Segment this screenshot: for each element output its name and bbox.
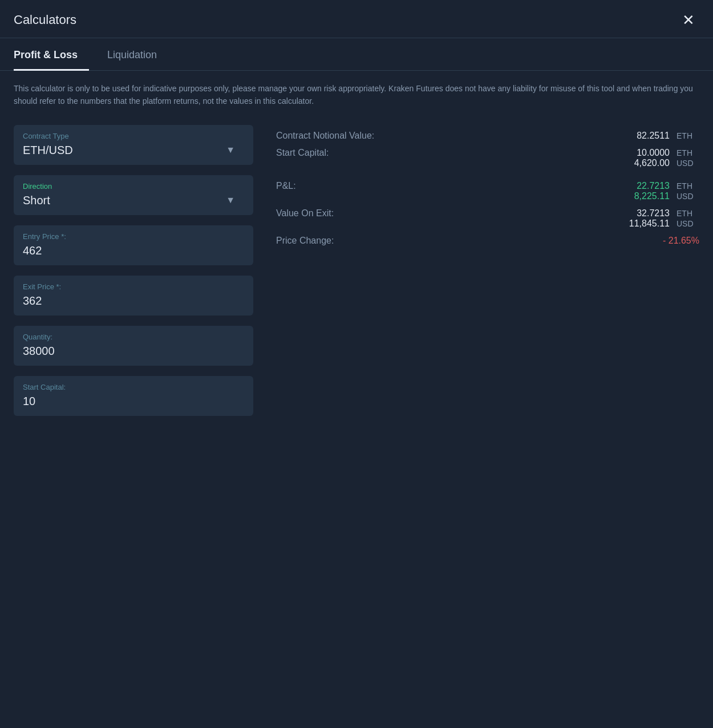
start-capital-usd-currency: USD [676,159,699,168]
calculator-window: Calculators ✕ Profit & Loss Liquidation … [0,0,713,728]
pnl-usd-currency: USD [676,192,699,201]
window-title: Calculators [14,13,76,27]
contract-notional-label: Contract Notional Value: [276,131,424,141]
tab-bar: Profit & Loss Liquidation [0,38,713,71]
disclaimer-text: This calculator is only to be used for i… [0,71,713,119]
contract-notional-eth-currency: ETH [676,131,699,140]
value-on-exit-usd-currency: USD [676,219,699,228]
pnl-values: 22.7213 ETH 8,225.11 USD [424,181,699,201]
pnl-label: P&L: [276,181,424,191]
start-capital-input-value[interactable]: 10 [23,395,244,408]
direction-dropdown-arrow[interactable]: ▼ [226,195,235,205]
exit-price-label: Exit Price *: [23,282,244,291]
result-row-contract-notional: Contract Notional Value: 82.2511 ETH [276,127,699,144]
start-capital-result-label: Start Capital: [276,148,424,158]
title-bar: Calculators ✕ [0,0,713,38]
start-capital-result-values: 10.0000 ETH 4,620.00 USD [424,148,699,168]
tab-profit-loss[interactable]: Profit & Loss [14,39,89,71]
contract-type-label: Contract Type [23,132,244,140]
contract-type-value: ETH/USD [23,144,73,156]
price-change-values: - 21.65% [424,236,699,246]
value-on-exit-usd: 11,845.11 [613,219,670,229]
quantity-label: Quantity: [23,333,244,341]
result-row-start-capital: Start Capital: 10.0000 ETH 4,620.00 USD [276,144,699,172]
value-on-exit-values: 32.7213 ETH 11,845.11 USD [424,208,699,229]
close-button[interactable]: ✕ [678,10,699,30]
entry-price-label: Entry Price *: [23,232,244,241]
input-fields: Contract Type ETH/USD ▼ Direction Short … [14,125,253,714]
direction-value: Short [23,194,50,207]
results-table: Contract Notional Value: 82.2511 ETH Sta… [276,127,699,249]
value-on-exit-eth-currency: ETH [676,209,699,218]
result-row-price-change: Price Change: - 21.65% [276,232,699,249]
pnl-usd: 8,225.11 [613,191,670,201]
value-on-exit-eth: 32.7213 [613,208,670,219]
contract-type-dropdown-arrow[interactable]: ▼ [226,145,235,155]
contract-type-field: Contract Type ETH/USD ▼ [14,125,253,165]
main-content: Contract Type ETH/USD ▼ Direction Short … [0,119,713,728]
contract-notional-eth: 82.2511 [613,131,670,141]
quantity-field: Quantity: 38000 [14,326,253,366]
contract-notional-values: 82.2511 ETH [424,131,699,141]
start-capital-usd: 4,620.00 [613,158,670,168]
start-capital-input-field: Start Capital: 10 [14,376,253,416]
exit-price-value[interactable]: 362 [23,294,244,308]
start-capital-input-label: Start Capital: [23,383,244,391]
results-panel: Contract Notional Value: 82.2511 ETH Sta… [276,125,699,714]
price-change-value: - 21.65% [642,236,699,246]
direction-label: Direction [23,182,244,191]
direction-field: Direction Short ▼ [14,175,253,215]
price-change-label: Price Change: [276,236,424,246]
result-row-pnl: P&L: 22.7213 ETH 8,225.11 USD [276,177,699,205]
quantity-value[interactable]: 38000 [23,345,244,358]
result-row-value-on-exit: Value On Exit: 32.7213 ETH 11,845.11 USD [276,205,699,232]
tab-liquidation[interactable]: Liquidation [107,39,168,71]
start-capital-eth: 10.0000 [613,148,670,158]
entry-price-value[interactable]: 462 [23,244,244,257]
value-on-exit-label: Value On Exit: [276,208,424,219]
start-capital-eth-currency: ETH [676,148,699,157]
entry-price-field: Entry Price *: 462 [14,225,253,265]
pnl-eth: 22.7213 [613,181,670,191]
pnl-eth-currency: ETH [676,181,699,191]
exit-price-field: Exit Price *: 362 [14,276,253,316]
